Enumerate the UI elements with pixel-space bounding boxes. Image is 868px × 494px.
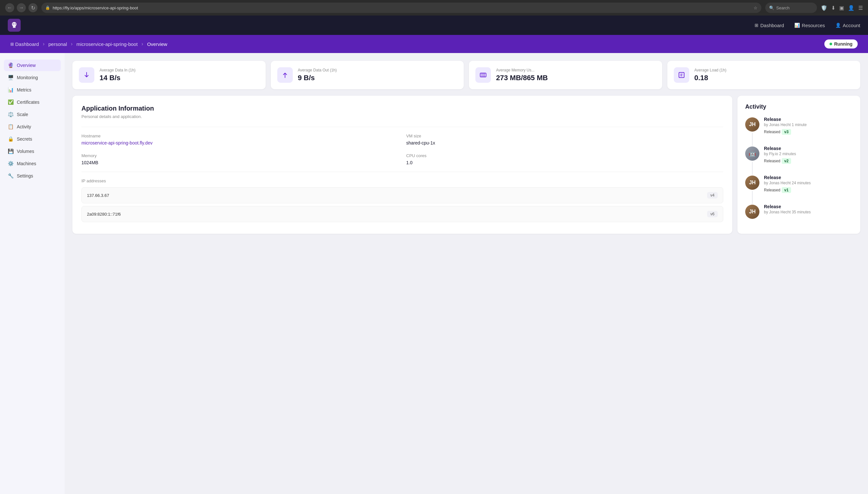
breadcrumb-app[interactable]: microservice-api-spring-boot: [77, 41, 138, 47]
sidebar-item-metrics[interactable]: 📊 Metrics: [4, 84, 61, 96]
activity-icon: 📋: [8, 124, 14, 130]
cpu-cores-label: CPU cores: [406, 153, 723, 158]
activity-version-badge-2: v2: [782, 158, 791, 164]
grid-small-icon: ⊞: [10, 42, 14, 46]
extensions-icon[interactable]: 🛡️: [821, 5, 827, 11]
machines-icon: ⚙️: [8, 161, 14, 167]
nav-dashboard[interactable]: ⊞ Dashboard: [754, 23, 784, 28]
hostname-field: Hostname microservice-api-spring-boot.fl…: [81, 134, 398, 146]
metric-label-data-in: Average Data In (1h): [100, 68, 135, 72]
memory-label: Memory: [81, 153, 398, 158]
sidebar-item-activity[interactable]: 📋 Activity: [4, 121, 61, 133]
nav-account[interactable]: 👤 Account: [835, 23, 860, 28]
certificates-icon: ✅: [8, 99, 14, 105]
metric-info-load: Average Load (1h) 0.18: [694, 68, 727, 82]
activity-tag-3: Released v1: [764, 187, 791, 193]
breadcrumb-dashboard[interactable]: ⊞ Dashboard: [10, 41, 39, 47]
activity-card: Activity JH Release by Jonas Hecht 1 min…: [737, 96, 860, 234]
breadcrumb-sep-3: ›: [141, 41, 143, 47]
metric-value-data-out: 9 B/s: [298, 74, 337, 82]
metric-card-data-in: Average Data In (1h) 14 B/s: [72, 61, 265, 89]
browser-toolbar: 🔍 Search 🛡️ ⬇ ▣ 👤 ☰: [765, 3, 863, 13]
activity-item-4: JH Release by Jonas Hecht 35 minutes: [745, 204, 852, 224]
activity-tag-1: Released v3: [764, 129, 791, 135]
sidebar-item-machines[interactable]: ⚙️ Machines: [4, 158, 61, 169]
memory-value: 1024MB: [81, 160, 398, 165]
breadcrumb-sep-2: ›: [71, 41, 72, 47]
breadcrumb-sep-1: ›: [43, 41, 44, 47]
metric-card-memory: Average Memory Us... 273 MB/865 MB: [469, 61, 662, 89]
info-divider-2: [81, 172, 723, 172]
back-button[interactable]: ←: [5, 3, 14, 12]
activity-tag-2: Released v2: [764, 158, 791, 164]
breadcrumb-overview[interactable]: Overview: [147, 41, 167, 47]
sidebar-item-overview[interactable]: 🔮 Overview: [4, 59, 61, 71]
sidebar: 🔮 Overview 🖥️ Monitoring 📊 Metrics ✅ Cer…: [0, 53, 65, 494]
data-out-icon-wrap: [277, 67, 293, 83]
search-icon: 🔍: [769, 5, 774, 10]
activity-version-badge-3: v1: [782, 187, 791, 193]
activity-event-3: Release: [764, 175, 852, 180]
metric-value-memory: 273 MB/865 MB: [496, 74, 548, 82]
metric-info-data-in: Average Data In (1h) 14 B/s: [100, 68, 135, 82]
logo-icon: [8, 19, 21, 32]
svg-point-0: [13, 24, 14, 24]
avatar-jonas-1: JH: [745, 117, 760, 132]
nav-resources[interactable]: 📊 Resources: [794, 23, 825, 28]
cpu-cores-field: CPU cores 1.0: [406, 153, 723, 165]
menu-icon[interactable]: ☰: [858, 5, 863, 11]
vm-size-label: VM size: [406, 134, 723, 138]
sidebar-item-secrets[interactable]: 🔒 Secrets: [4, 133, 61, 145]
breadcrumb-personal[interactable]: personal: [48, 41, 67, 47]
activity-tag-label-1: Released: [764, 130, 781, 134]
bar-chart-icon: 📊: [794, 23, 800, 28]
sidebar-item-certificates[interactable]: ✅ Certificates: [4, 96, 61, 108]
memory-field: Memory 1024MB: [81, 153, 398, 165]
ip-address-v4: 137.66.3.67: [87, 193, 109, 198]
hostname-label: Hostname: [81, 134, 398, 138]
browser-search[interactable]: 🔍 Search: [765, 3, 817, 13]
activity-content-2: Release by Fly.io 2 minutes Released v2: [764, 146, 852, 175]
main-content: Average Data In (1h) 14 B/s Average Data…: [65, 53, 868, 494]
browser-chrome: ← → ↻ 🔒 https://fly.io/apps/microservice…: [0, 0, 868, 16]
activity-content-1: Release by Jonas Hecht 1 minute Released…: [764, 117, 852, 146]
app-info-title: Application Information: [81, 105, 723, 112]
svg-point-1: [15, 24, 16, 24]
sidebar-item-monitoring[interactable]: 🖥️ Monitoring: [4, 72, 61, 83]
grid-icon: ⊞: [754, 23, 758, 28]
app-navigation: ⊞ Dashboard 📊 Resources 👤 Account: [754, 23, 860, 28]
metrics-icon: 📊: [8, 87, 14, 93]
avatar-jonas-3: JH: [745, 175, 760, 190]
sidebar-item-settings[interactable]: 🔧 Settings: [4, 170, 61, 182]
sidebar-item-scale[interactable]: ⚖️ Scale: [4, 109, 61, 120]
sidebar-item-volumes[interactable]: 💾 Volumes: [4, 146, 61, 157]
metric-card-load: Average Load (1h) 0.18: [667, 61, 861, 89]
lock-icon: 🔒: [45, 5, 50, 10]
activity-meta-1: by Jonas Hecht 1 minute: [764, 122, 852, 127]
tab-icon[interactable]: ▣: [839, 5, 844, 11]
activity-content-4: Release by Jonas Hecht 35 minutes: [764, 204, 852, 224]
scale-icon: ⚖️: [8, 112, 14, 117]
profile-icon[interactable]: 👤: [848, 5, 854, 11]
ip-row-v6: 2a09:8280:1::71f6 v6: [81, 206, 723, 222]
vm-size-value: shared-cpu-1x: [406, 140, 723, 146]
activity-item-3: JH Release by Jonas Hecht 24 minutes Rel…: [745, 175, 852, 204]
activity-item-2: 🤖 Release by Fly.io 2 minutes Released v…: [745, 146, 852, 175]
metric-label-load: Average Load (1h): [694, 68, 727, 72]
user-icon: 👤: [835, 23, 841, 28]
breadcrumb-bar: ⊞ Dashboard › personal › microservice-ap…: [0, 35, 868, 53]
hostname-value[interactable]: microservice-api-spring-boot.fly.dev: [81, 140, 153, 146]
reload-button[interactable]: ↻: [28, 3, 38, 12]
forward-button[interactable]: →: [17, 3, 26, 12]
volumes-icon: 💾: [8, 148, 14, 154]
metric-label-data-out: Average Data Out (1h): [298, 68, 337, 72]
metric-cards-grid: Average Data In (1h) 14 B/s Average Data…: [72, 61, 860, 89]
metric-value-load: 0.18: [694, 74, 727, 82]
avatar-flyio: 🤖: [745, 147, 760, 161]
url-bar[interactable]: 🔒 https://fly.io/apps/microservice-api-s…: [41, 3, 761, 13]
vm-size-field: VM size shared-cpu-1x: [406, 134, 723, 146]
download-icon[interactable]: ⬇: [831, 5, 835, 11]
app-logo: [8, 19, 21, 32]
bookmark-icon[interactable]: ☆: [754, 5, 757, 10]
metric-info-data-out: Average Data Out (1h) 9 B/s: [298, 68, 337, 82]
